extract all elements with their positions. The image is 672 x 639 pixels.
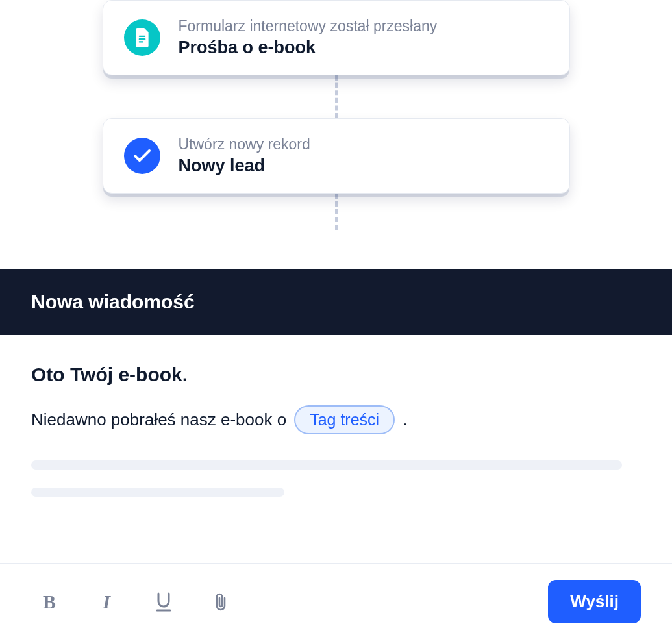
card-subtitle: Utwórz nowy rekord (179, 136, 310, 153)
card-subtitle: Formularz internetowy został przesłany (179, 18, 438, 35)
compose-body[interactable]: Oto Twój e-book. Niedawno pobrałeś nasz … (0, 335, 672, 563)
formatting-group: B I (39, 592, 231, 612)
send-button[interactable]: Wyślij (548, 580, 641, 623)
compose-toolbar: B I Wyślij (0, 563, 672, 639)
compose-panel: Nowa wiadomość Oto Twój e-book. Niedawno… (0, 269, 672, 639)
workflow-card-create-record[interactable]: Utwórz nowy rekord Nowy lead (103, 118, 570, 194)
placeholder-line (31, 488, 284, 497)
card-text: Formularz internetowy został przesłany P… (179, 18, 438, 58)
workflow-card-form-submitted[interactable]: Formularz internetowy został przesłany P… (103, 0, 570, 75)
connector-line (335, 194, 338, 230)
underline-button[interactable] (153, 592, 174, 612)
checkmark-icon (124, 138, 160, 174)
compose-subject: Oto Twój e-book. (31, 364, 641, 386)
svg-rect-2 (138, 41, 143, 42)
placeholder-line (31, 460, 622, 470)
card-title: Prośba o e-book (179, 38, 438, 58)
connector-line (335, 75, 338, 118)
svg-rect-1 (138, 38, 145, 40)
content-tag-pill[interactable]: Tag treści (294, 405, 395, 434)
compose-header: Nowa wiadomość (0, 269, 672, 335)
body-text-suffix: . (403, 410, 407, 430)
document-icon (124, 19, 160, 56)
workflow-area: Formularz internetowy został przesłany P… (0, 0, 672, 230)
compose-body-line: Niedawno pobrałeś nasz e-book o Tag treś… (31, 405, 641, 434)
svg-rect-0 (138, 36, 145, 37)
attachment-button[interactable] (210, 592, 231, 612)
card-text: Utwórz nowy rekord Nowy lead (179, 136, 310, 176)
bold-button[interactable]: B (39, 592, 60, 612)
body-text-prefix: Niedawno pobrałeś nasz e-book o (31, 410, 286, 430)
card-title: Nowy lead (179, 156, 310, 176)
italic-button[interactable]: I (96, 592, 117, 612)
